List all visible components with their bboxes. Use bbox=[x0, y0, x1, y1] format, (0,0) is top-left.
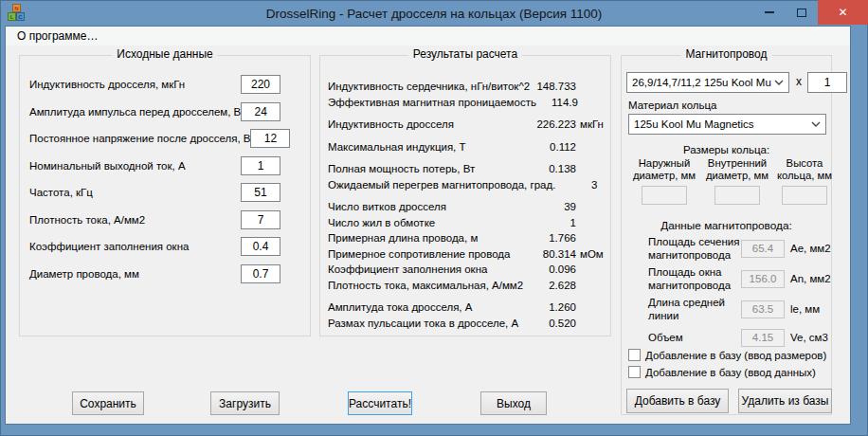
result-value: 0.112 bbox=[534, 141, 576, 153]
result-label: Примерное сопротивление провода bbox=[328, 248, 534, 260]
result-row: Индуктивность сердечника, нГн/виток^2 14… bbox=[328, 79, 605, 95]
result-value: 1.260 bbox=[534, 301, 576, 313]
checkbox-row: Добавление в базу (ввод размеров) bbox=[628, 348, 826, 362]
inductance-input[interactable] bbox=[241, 75, 280, 94]
core-data-row: Площадь сечения магнитопровода Ae, мм2 bbox=[648, 234, 829, 263]
input-row: Индуктивность дросселя, мкГн bbox=[29, 75, 280, 94]
result-row: Ожидаемый перегрев магнитопровода, град.… bbox=[328, 177, 605, 193]
results-group-title: Результаты расчета bbox=[408, 47, 522, 61]
save-button[interactable]: Сохранить bbox=[72, 391, 144, 415]
frequency-input[interactable] bbox=[241, 183, 280, 202]
menu-about[interactable]: О программе… bbox=[12, 27, 102, 45]
result-value: 0.096 bbox=[534, 263, 576, 275]
result-label: Размах пульсации тока в дросселе, А bbox=[328, 318, 534, 329]
core-area-unit: Ae, мм2 bbox=[785, 243, 831, 254]
checkbox-add-data-label: Добавление в базу (ввод данных) bbox=[645, 367, 816, 378]
result-value: 2.628 bbox=[534, 280, 576, 291]
result-row: Примерное сопротивление провода 80.314 м… bbox=[328, 246, 605, 263]
inductance-label: Индуктивность дросселя, мкГн bbox=[29, 79, 185, 90]
ring-select[interactable]: 26,9/14,7/11,2 125u Kool Mu bbox=[626, 72, 789, 93]
result-label: Ожидаемый перегрев магнитопровода, град. bbox=[328, 179, 555, 191]
pulse-amplitude-input[interactable] bbox=[241, 102, 280, 121]
app-window: N L C DrosselRing - Расчет дросселя на к… bbox=[0, 0, 868, 436]
input-row: Номинальный выходной ток, А bbox=[29, 156, 280, 175]
calculate-button[interactable]: Рассчитать! bbox=[348, 391, 412, 415]
core-data-row: Площадь окна магнитопровода An, мм2 bbox=[648, 264, 829, 293]
material-label: Материал кольца bbox=[628, 100, 717, 111]
checkbox-add-sizes-label: Добавление в базу (ввод размеров) bbox=[645, 350, 826, 361]
maximize-button[interactable] bbox=[786, 0, 818, 25]
result-row: Максимальная индукция, Т 0.112 bbox=[328, 139, 605, 155]
exit-button[interactable]: Выход bbox=[480, 391, 547, 415]
add-to-db-button[interactable]: Добавить в базу bbox=[626, 389, 729, 413]
result-row: Амплитуда тока дросселя, А 1.260 bbox=[328, 300, 605, 316]
input-row: Амплитуда импульса перед дросселем, В bbox=[29, 102, 280, 121]
icon-block-green: L bbox=[8, 12, 16, 21]
result-row: Число витков дросселя 39 bbox=[328, 199, 605, 215]
window-area-unit: An, мм2 bbox=[785, 273, 831, 284]
path-length-label: Длина средней линии bbox=[648, 296, 741, 322]
result-label: Амплитуда тока дросселя, А bbox=[328, 301, 534, 313]
wire-diameter-input[interactable] bbox=[241, 264, 280, 283]
output-current-label: Номинальный выходной ток, А bbox=[29, 160, 186, 172]
maximize-icon bbox=[797, 9, 806, 17]
volume-unit: Ve, см3 bbox=[785, 332, 828, 343]
ring-count-x-label: x bbox=[796, 75, 802, 88]
result-row: Примерная длина провода, м 1.766 bbox=[328, 230, 605, 246]
window-title: DrosselRing - Расчет дросселя на кольцах… bbox=[0, 7, 868, 21]
current-density-input[interactable] bbox=[241, 210, 280, 229]
core-data-row: Объем Ve, см3 bbox=[648, 328, 829, 347]
output-voltage-input[interactable] bbox=[250, 129, 290, 148]
minimize-icon bbox=[765, 11, 774, 13]
checkbox-add-data[interactable] bbox=[628, 366, 641, 378]
load-button[interactable]: Загрузить bbox=[210, 391, 280, 415]
result-value: 114.9 bbox=[536, 97, 578, 108]
window-controls: ✕ bbox=[753, 0, 868, 25]
core-group: Магнитопровод 26,9/14,7/11,2 125u Kool M… bbox=[621, 55, 832, 415]
result-row: Полная мощность потерь, Вт 0.138 bbox=[328, 161, 605, 177]
core-group-title: Магнитопровод bbox=[680, 47, 771, 61]
output-current-input[interactable] bbox=[241, 156, 280, 175]
content-area: Исходные данные Индуктивность дросселя, … bbox=[6, 45, 850, 424]
input-row: Частота, кГц bbox=[29, 183, 280, 202]
ring-count-input[interactable] bbox=[807, 72, 847, 93]
result-value: 1.766 bbox=[534, 232, 576, 244]
chevron-down-icon bbox=[811, 121, 821, 127]
close-icon: ✕ bbox=[838, 6, 847, 19]
ring-select-value: 26,9/14,7/11,2 125u Kool Mu bbox=[632, 77, 771, 88]
result-label: Эффективная магнитная проницаемость bbox=[328, 97, 536, 108]
remove-from-db-button[interactable]: Удалить из базы bbox=[738, 389, 832, 413]
result-rows: Индуктивность сердечника, нГн/виток^2 14… bbox=[320, 56, 610, 331]
inputs-group: Исходные данные Индуктивность дросселя, … bbox=[19, 55, 311, 336]
close-button[interactable]: ✕ bbox=[818, 0, 868, 25]
result-label: Индуктивность дросселя bbox=[328, 118, 534, 130]
result-label: Полная мощность потерь, Вт bbox=[328, 163, 534, 174]
window-area-label: Площадь окна магнитопровода bbox=[648, 265, 741, 292]
result-value: 0.138 bbox=[534, 163, 576, 174]
result-label: Плотность тока, максимальная, А/мм2 bbox=[328, 280, 534, 291]
icon-block-orange: N bbox=[12, 4, 21, 12]
material-select[interactable]: 125u Kool Mu Magnetics bbox=[628, 114, 826, 135]
window-frame: О программе… Исходные данные Индуктивнос… bbox=[6, 27, 850, 424]
result-value: 0.520 bbox=[534, 318, 576, 329]
result-label: Индуктивность сердечника, нГн/виток^2 bbox=[328, 81, 534, 92]
input-row: Постоянное напряжение после дросселя, В bbox=[29, 129, 280, 148]
checkbox-add-sizes[interactable] bbox=[628, 349, 641, 361]
input-row: Плотность тока, А/мм2 bbox=[29, 210, 280, 229]
volume-label: Объем bbox=[648, 331, 741, 344]
minimize-button[interactable] bbox=[753, 0, 786, 25]
volume-input bbox=[741, 329, 785, 347]
inputs-group-title: Исходные данные bbox=[112, 47, 217, 61]
fill-factor-input[interactable] bbox=[241, 237, 280, 256]
fill-factor-label: Коэффициент заполнения окна bbox=[29, 241, 189, 252]
result-row: Эффективная магнитная проницаемость 114.… bbox=[328, 95, 605, 111]
result-row: Индуктивность дросселя 226.223 мкГн bbox=[328, 117, 605, 133]
result-label: Число витков дросселя bbox=[328, 201, 534, 212]
result-label: Примерная длина провода, м bbox=[328, 232, 534, 244]
input-rows: Индуктивность дросселя, мкГн Амплитуда и… bbox=[20, 56, 310, 283]
result-row: Коэффициент заполнения окна 0.096 bbox=[328, 262, 605, 278]
core-area-input bbox=[741, 240, 785, 258]
result-value: 226.223 bbox=[534, 118, 576, 130]
result-label: Число жил в обмотке bbox=[328, 217, 534, 228]
current-density-label: Плотность тока, А/мм2 bbox=[29, 214, 145, 226]
